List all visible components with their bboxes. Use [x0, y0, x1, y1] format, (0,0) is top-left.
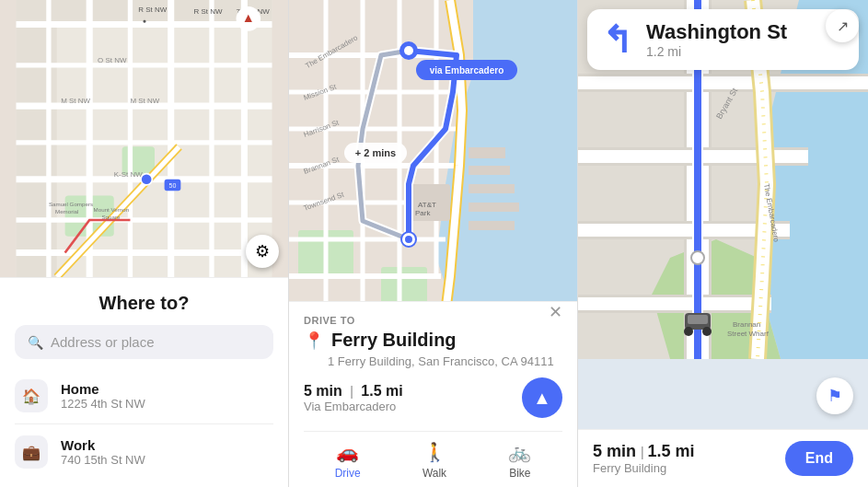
nav-eta: 5 min | 1.5 mi	[593, 442, 695, 461]
panel-route: AT&T Park + 2 mins via Embarcadero	[289, 0, 578, 487]
work-label: Work	[61, 437, 145, 453]
destination-name: Ferry Building	[331, 330, 457, 351]
nav-distance: 1.2 mi	[646, 44, 787, 59]
bike-icon: 🚲	[508, 441, 531, 463]
tab-walk-label: Walk	[422, 467, 446, 480]
nav-bottom-bar: 5 min | 1.5 mi Ferry Building End	[578, 429, 868, 487]
svg-text:R St NW: R St NW	[138, 6, 167, 14]
tab-bike[interactable]: 🚲 Bike	[508, 441, 531, 480]
drive-to-label: DRIVE TO	[304, 315, 562, 326]
svg-rect-41	[381, 267, 427, 301]
svg-text:R St NW: R St NW	[194, 7, 223, 16]
search-panel: Where to? 🔍 Address or place 🏠 Home 1225…	[0, 277, 288, 487]
work-icon: 💼	[15, 435, 48, 469]
svg-point-29	[142, 174, 152, 184]
flag-button[interactable]: ⚑	[816, 377, 853, 414]
nav-dist-label: 1.5 mi	[648, 442, 695, 460]
search-icon: 🔍	[28, 335, 43, 350]
settings-button[interactable]: ⚙	[246, 235, 279, 268]
transport-tabs: 🚗 Drive 🚶 Walk 🚲 Bike	[304, 432, 562, 487]
svg-point-66	[405, 236, 412, 243]
search-bar[interactable]: 🔍 Address or place	[15, 325, 273, 359]
route-via: Via Embarcadero	[304, 400, 403, 413]
search-input-placeholder: Address or place	[51, 334, 155, 350]
route-info: 5 min | 1.5 mi Via Embarcadero ▲	[304, 377, 562, 432]
svg-text:Park: Park	[415, 209, 431, 217]
work-address: 740 15th St NW	[61, 453, 145, 467]
turn-arrow-icon: ↰	[602, 21, 633, 58]
tab-bike-label: Bike	[509, 467, 530, 480]
svg-text:AT&T: AT&T	[418, 201, 436, 209]
svg-text:▲: ▲	[242, 10, 255, 25]
destination-row: 📍 Ferry Building	[304, 330, 562, 351]
svg-text:Samuel Gompers: Samuel Gompers	[49, 201, 93, 207]
svg-text:via Embarcadero: via Embarcadero	[430, 65, 504, 75]
tab-drive[interactable]: 🚗 Drive	[335, 441, 361, 480]
svg-text:M St NW: M St NW	[61, 97, 90, 105]
route-time: 5 min	[304, 383, 342, 399]
nav-time: 5 min	[593, 442, 636, 460]
svg-text:50: 50	[169, 182, 177, 190]
share-button[interactable]: ↗	[826, 9, 859, 42]
nav-street-name: Washington St	[646, 20, 787, 44]
svg-point-93	[684, 327, 693, 336]
svg-text:O St NW: O St NW	[98, 56, 127, 64]
go-button[interactable]: ▲	[522, 377, 562, 418]
destination-address: 1 Ferry Building, San Francisco, CA 9411…	[328, 354, 562, 368]
map-view-1[interactable]: O St NW M St NW M St NW K-St NW R St NW …	[0, 0, 288, 277]
drive-icon: 🚗	[336, 441, 359, 463]
svg-rect-86	[578, 297, 771, 310]
nav-destination: Ferry Building	[593, 461, 695, 475]
tab-drive-label: Drive	[335, 467, 361, 480]
svg-rect-59	[469, 203, 519, 212]
svg-text:M St NW: M St NW	[130, 97, 159, 105]
home-label: Home	[61, 381, 145, 397]
home-address: 1225 4th St NW	[61, 397, 145, 411]
tab-walk[interactable]: 🚶 Walk	[422, 441, 446, 480]
close-button[interactable]: ✕	[549, 302, 562, 322]
svg-text:+ 2 mins: + 2 mins	[355, 147, 396, 158]
svg-text:●: ●	[143, 17, 146, 25]
svg-text:Square: Square	[101, 214, 121, 220]
route-dist: 1.5 mi	[361, 383, 402, 399]
panel-navigation: Bryant St Brannan Street Wharf The Embar…	[578, 0, 868, 487]
route-card: DRIVE TO 📍 Ferry Building 1 Ferry Buildi…	[289, 301, 577, 487]
svg-rect-56	[469, 147, 505, 158]
work-link[interactable]: 💼 Work 740 15th St NW	[15, 428, 273, 476]
svg-point-95	[691, 251, 704, 264]
svg-point-94	[702, 327, 712, 336]
panel-search: O St NW M St NW M St NW K-St NW R St NW …	[0, 0, 289, 487]
svg-rect-92	[688, 315, 708, 324]
svg-rect-58	[469, 184, 515, 193]
home-icon: 🏠	[15, 379, 48, 412]
svg-text:Brannan: Brannan	[733, 320, 760, 329]
svg-text:K-St NW: K-St NW	[114, 170, 143, 179]
svg-rect-60	[469, 221, 515, 230]
home-link[interactable]: 🏠 Home 1225 4th St NW	[15, 372, 273, 420]
end-navigation-button[interactable]: End	[785, 441, 853, 476]
nav-instruction-card: ↰ Washington St 1.2 mi	[587, 9, 859, 70]
svg-point-68	[404, 46, 413, 55]
map-view-3[interactable]: Bryant St Brannan Street Wharf The Embar…	[578, 0, 868, 429]
destination-pin-icon: 📍	[304, 330, 324, 351]
svg-rect-57	[469, 166, 510, 175]
svg-text:Street Wharf: Street Wharf	[727, 330, 770, 338]
map-view-2[interactable]: AT&T Park + 2 mins via Embarcadero	[289, 0, 577, 301]
svg-rect-80	[578, 76, 868, 89]
divider	[15, 423, 273, 424]
svg-text:Mount Vernon: Mount Vernon	[94, 206, 130, 213]
walk-icon: 🚶	[423, 441, 446, 463]
svg-text:Memorial: Memorial	[55, 208, 78, 215]
where-to-title: Where to?	[15, 293, 273, 314]
